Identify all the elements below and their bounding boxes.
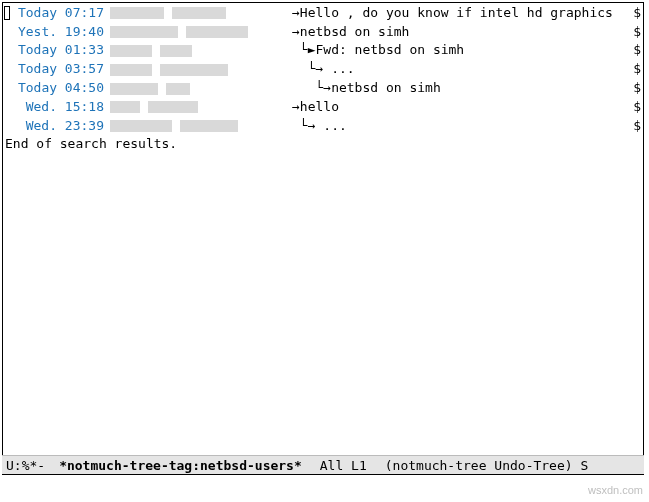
- message-author: x x: [110, 5, 292, 20]
- message-row[interactable]: Wed. 23:39x x └→ ...$: [3, 116, 643, 135]
- cursor: [4, 6, 10, 20]
- message-subject: hello: [300, 99, 339, 114]
- message-subject-cell: →netbsd on simh$: [292, 24, 643, 39]
- message-subject: ...: [323, 61, 354, 76]
- thread-arrow-icon: →: [292, 5, 300, 20]
- message-subject-cell: └→netbsd on simh$: [292, 80, 643, 95]
- message-subject-cell: └→ ...$: [292, 61, 643, 76]
- truncation-indicator: $: [633, 5, 641, 20]
- message-subject-cell: └→ ...$: [292, 118, 643, 133]
- message-row[interactable]: Today 01:33x x └►Fwd: netbsd on simh$: [3, 41, 643, 60]
- modeline[interactable]: U:%*- *notmuch-tree-tag:netbsd-users* Al…: [2, 455, 644, 474]
- truncation-indicator: $: [633, 42, 641, 57]
- message-row[interactable]: Today 07:17x x→Hello , do you know if in…: [3, 3, 643, 22]
- message-author: x x: [110, 42, 292, 57]
- end-of-results-text: End of search results.: [5, 136, 177, 151]
- thread-arrow-icon: └→: [292, 118, 315, 133]
- message-timestamp: Today 04:50: [10, 80, 110, 95]
- message-subject: netbsd on simh: [300, 24, 410, 39]
- message-author: x x: [110, 24, 292, 39]
- message-row[interactable]: Yest. 19:40x x→netbsd on simh$: [3, 22, 643, 41]
- message-subject: Fwd: netbsd on simh: [315, 42, 464, 57]
- message-timestamp: Wed. 23:39: [10, 118, 110, 133]
- message-subject-cell: →Hello , do you know if intel hd graphic…: [292, 5, 643, 20]
- message-row[interactable]: Today 03:57x x └→ ...$: [3, 59, 643, 78]
- message-author: x x: [110, 118, 292, 133]
- modeline-status: U:%*-: [2, 458, 59, 473]
- truncation-indicator: $: [633, 61, 641, 76]
- thread-arrow-icon: →: [292, 99, 300, 114]
- message-timestamp: Wed. 15:18: [10, 99, 110, 114]
- message-subject: ...: [315, 118, 346, 133]
- truncation-indicator: $: [633, 24, 641, 39]
- message-subject: netbsd on simh: [331, 80, 441, 95]
- message-timestamp: Today 03:57: [10, 61, 110, 76]
- message-author: x x: [110, 99, 292, 114]
- thread-arrow-icon: └→: [292, 80, 331, 95]
- message-subject-cell: →hello$: [292, 99, 643, 114]
- message-buffer: Today 07:17x x→Hello , do you know if in…: [2, 2, 644, 475]
- thread-arrow-icon: └→: [292, 61, 323, 76]
- watermark: wsxdn.com: [588, 484, 643, 496]
- message-row[interactable]: Wed. 15:18x x→hello$: [3, 97, 643, 116]
- truncation-indicator: $: [633, 118, 641, 133]
- truncation-indicator: $: [633, 80, 641, 95]
- message-timestamp: Today 01:33: [10, 42, 110, 57]
- modeline-position: All L1: [302, 458, 385, 473]
- message-author: x x: [110, 80, 292, 95]
- truncation-indicator: $: [633, 99, 641, 114]
- message-row[interactable]: Today 04:50x x └→netbsd on simh$: [3, 78, 643, 97]
- modeline-modes: (notmuch-tree Undo-Tree) S: [385, 458, 589, 473]
- message-subject: Hello , do you know if intel hd graphics: [300, 5, 613, 20]
- message-author: x x: [110, 61, 292, 76]
- end-of-results: End of search results.: [3, 135, 643, 154]
- modeline-buffer-name: *notmuch-tree-tag:netbsd-users*: [59, 458, 302, 473]
- message-subject-cell: └►Fwd: netbsd on simh$: [292, 42, 643, 57]
- thread-arrow-icon: →: [292, 24, 300, 39]
- message-timestamp: Today 07:17: [10, 5, 110, 20]
- thread-arrow-icon: └►: [292, 42, 315, 57]
- message-timestamp: Yest. 19:40: [10, 24, 110, 39]
